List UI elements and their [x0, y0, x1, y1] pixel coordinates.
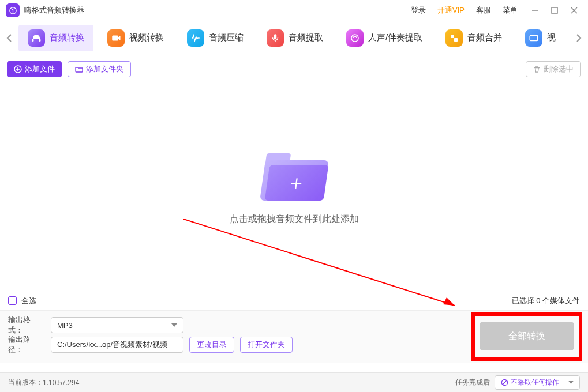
- chevron-down-icon: [568, 381, 574, 384]
- toolbar: 添加文件 添加文件夹 删除选中: [0, 55, 588, 83]
- selected-count-text: 已选择 0 个媒体文件: [512, 296, 580, 306]
- titlebar: 嗨格式音频转换器 登录 开通VIP 客服 菜单: [0, 0, 588, 21]
- add-folder-button[interactable]: 添加文件夹: [68, 61, 131, 77]
- select-all-label: 全选: [21, 296, 36, 306]
- tab-label: 音频压缩: [209, 32, 244, 43]
- selection-row: 全选 已选择 0 个媒体文件: [0, 291, 588, 310]
- login-link[interactable]: 登录: [411, 5, 426, 16]
- svg-line-19: [503, 380, 507, 385]
- folder-add-icon: ＋: [263, 149, 326, 201]
- tab-video-more[interactable]: 视: [516, 25, 565, 51]
- svg-rect-2: [552, 7, 557, 13]
- svg-rect-11: [530, 35, 538, 40]
- svg-rect-10: [454, 38, 458, 42]
- svg-marker-6: [118, 36, 121, 40]
- tab-label: 音频提取: [289, 32, 323, 43]
- after-task-label: 任务完成后: [455, 378, 490, 387]
- merge-icon: [445, 29, 463, 47]
- microphone-icon: [267, 29, 284, 47]
- convert-all-button[interactable]: 全部转换: [480, 322, 574, 350]
- vip-link[interactable]: 开通VIP: [437, 5, 465, 16]
- tabs-prev[interactable]: [2, 33, 16, 43]
- svg-marker-15: [171, 323, 177, 327]
- open-folder-button[interactable]: 打开文件夹: [240, 337, 293, 353]
- tabbar: 音频转换 视频转换 音频压缩 音频提取 人声/伴奏提取 音频合并 视: [0, 21, 588, 55]
- tab-label: 音频合并: [467, 32, 502, 43]
- statusbar: 当前版本： 1.10.57.294 任务完成后 不采取任何操作: [0, 372, 588, 392]
- svg-rect-5: [112, 35, 118, 40]
- tab-label: 音频转换: [50, 32, 84, 43]
- app-logo: [6, 3, 20, 17]
- delete-selected-button[interactable]: 删除选中: [526, 61, 581, 77]
- tab-audio-merge[interactable]: 音频合并: [436, 25, 511, 51]
- add-file-button[interactable]: 添加文件: [7, 61, 62, 77]
- minimize-button[interactable]: [527, 2, 543, 18]
- headphones-icon: [28, 29, 45, 47]
- dropzone[interactable]: ＋ 点击或拖拽音频文件到此处添加: [0, 83, 588, 291]
- tab-audio-compress[interactable]: 音频压缩: [178, 25, 253, 51]
- version-value: 1.10.57.294: [43, 379, 79, 387]
- plus-circle-icon: [14, 65, 22, 73]
- menu-link[interactable]: 菜单: [503, 5, 518, 16]
- tab-audio-convert[interactable]: 音频转换: [18, 25, 93, 51]
- video-icon: [107, 29, 125, 47]
- after-task-select[interactable]: 不采取任何操作: [495, 375, 580, 390]
- gif-icon: [525, 29, 542, 47]
- tabs-next[interactable]: [572, 33, 586, 43]
- tab-label: 视频转换: [129, 32, 164, 43]
- support-link[interactable]: 客服: [476, 5, 491, 16]
- svg-rect-9: [451, 35, 454, 38]
- tab-vocal-split[interactable]: 人声/伴奏提取: [337, 25, 432, 51]
- prohibit-icon: [501, 379, 508, 386]
- close-button[interactable]: [566, 2, 582, 18]
- waveform-icon: [187, 29, 204, 47]
- select-all-checkbox[interactable]: [8, 296, 17, 305]
- output-format-label: 输出格式：: [8, 315, 45, 336]
- app-title: 嗨格式音频转换器: [24, 5, 84, 16]
- svg-point-8: [351, 35, 358, 42]
- vocal-icon: [346, 29, 364, 47]
- folder-icon: [75, 65, 83, 73]
- change-dir-button[interactable]: 更改目录: [189, 337, 234, 353]
- version-label: 当前版本：: [8, 378, 43, 387]
- output-path-field[interactable]: C:/Users/kx...op/音视频素材/视频: [51, 337, 183, 353]
- output-format-select[interactable]: MP3: [51, 317, 183, 333]
- tab-audio-extract[interactable]: 音频提取: [257, 25, 332, 51]
- output-path-label: 输出路径：: [8, 334, 45, 355]
- tab-label: 视: [547, 32, 556, 43]
- trash-icon: [533, 66, 541, 73]
- tab-video-convert[interactable]: 视频转换: [98, 25, 173, 51]
- maximize-button[interactable]: [546, 2, 563, 18]
- dropzone-hint: 点击或拖拽音频文件到此处添加: [230, 213, 359, 225]
- tab-label: 人声/伴奏提取: [368, 32, 422, 43]
- svg-marker-20: [568, 381, 573, 384]
- chevron-down-icon: [171, 323, 177, 327]
- svg-rect-7: [274, 34, 277, 39]
